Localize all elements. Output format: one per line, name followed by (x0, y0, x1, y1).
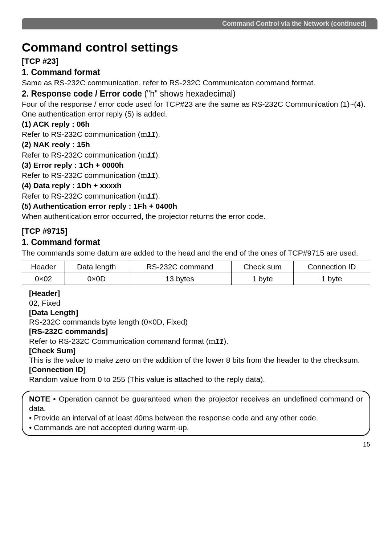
reply-4-head: (4) Data reply : 1Dh + xxxxh (22, 181, 370, 190)
page-title: Command control settings (22, 40, 370, 55)
reply-item-4: (4) Data reply : 1Dh + xxxxh Refer to RS… (22, 181, 370, 201)
reply-4-pre: Refer to RS-232C communication ( (22, 192, 140, 200)
reply-3-post: ). (155, 171, 160, 179)
command-format-2-body: The commands some datum are added to the… (22, 248, 370, 258)
def-connid-title: [Connection ID] (29, 365, 370, 374)
reply-2-pre: Refer to RS-232C communication ( (22, 151, 140, 159)
sub-command-format-1: 1. Command format (22, 67, 370, 78)
book-icon (140, 154, 147, 158)
reply-5-body: When authentication error occurred, the … (22, 212, 370, 221)
note-box: NOTE • Operation cannot be guaranteed wh… (22, 391, 370, 436)
command-format-body: Same as RS-232C communication, refer to … (22, 78, 370, 87)
field-definitions: [Header] 02, Fixed [Data Length] RS-232C… (29, 289, 370, 384)
note-line-2: • Provide an interval of at least 40ms b… (29, 413, 363, 423)
th-rs232c: RS-232C command (128, 261, 232, 273)
th-checksum: Check sum (232, 261, 294, 273)
book-icon (209, 340, 215, 344)
def-checksum-body: This is the value to make zero on the ad… (29, 355, 370, 365)
reply-2-ref: 11 (147, 151, 155, 159)
def-datalength-body: RS-232C commands byte length (0×0D, Fixe… (29, 317, 370, 327)
reply-3-pre: Refer to RS-232C communication ( (22, 171, 140, 179)
reply-4-ref: 11 (147, 192, 155, 200)
th-connid: Connection ID (293, 261, 370, 273)
reply-1-ref: 11 (147, 130, 155, 138)
reply-item-1: (1) ACK reply : 06h Refer to RS-232C com… (22, 119, 370, 139)
note-1-text: • Operation cannot be guaranteed when th… (29, 395, 363, 412)
sub-response-code-label: 2. Response code / Error code (22, 89, 142, 98)
def-datalength-title: [Data Length] (29, 308, 370, 317)
reply-1-pre: Refer to RS-232C communication ( (22, 130, 140, 138)
def-rs232c-title: [RS-232C commands] (29, 327, 370, 336)
tcp23-heading: [TCP #23] (22, 56, 370, 66)
th-datalength: Data length (65, 261, 128, 273)
reply-1-head: (1) ACK reply : 06h (22, 119, 370, 129)
def-rs232c-pre: Refer to RS-232C Communication command f… (29, 337, 209, 345)
sub-response-code-tail: ("h" shows hexadecimal) (142, 89, 236, 98)
page-content: Command Control via the Network (continu… (0, 0, 392, 463)
section-banner: Command Control via the Network (continu… (22, 18, 377, 29)
def-rs232c-body: Refer to RS-232C Communication command f… (29, 337, 370, 346)
reply-4-body: Refer to RS-232C communication (11). (22, 191, 370, 201)
reply-4-post: ). (155, 192, 160, 200)
td-header: 0×02 (22, 273, 65, 285)
td-checksum: 1 byte (232, 273, 294, 285)
reply-1-post: ). (155, 130, 160, 138)
td-connid: 1 byte (293, 273, 370, 285)
def-header-title: [Header] (29, 289, 370, 298)
def-connid-body: Random value from 0 to 255 (This value i… (29, 375, 370, 384)
book-icon (140, 174, 147, 178)
table-row: 0×02 0×0D 13 bytes 1 byte 1 byte (22, 273, 370, 285)
def-checksum-title: [Check Sum] (29, 346, 370, 355)
reply-2-post: ). (155, 151, 160, 159)
reply-item-5: (5) Authentication error reply : 1Fh + 0… (22, 201, 370, 221)
note-label: NOTE (29, 395, 50, 403)
reply-item-3: (3) Error reply : 1Ch + 0000h Refer to R… (22, 160, 370, 180)
note-line-3: • Commands are not accepted during warm-… (29, 423, 363, 432)
reply-3-body: Refer to RS-232C communication (11). (22, 171, 370, 180)
reply-1-body: Refer to RS-232C communication (11). (22, 130, 370, 139)
def-header-body: 02, Fixed (29, 298, 370, 308)
reply-3-head: (3) Error reply : 1Ch + 0000h (22, 160, 370, 170)
th-header: Header (22, 261, 65, 273)
reply-item-2: (2) NAK reoly : 15h Refer to RS-232C com… (22, 140, 370, 160)
note-line-1: NOTE • Operation cannot be guaranteed wh… (29, 394, 363, 414)
reply-2-head: (2) NAK reoly : 15h (22, 140, 370, 149)
td-datalength: 0×0D (65, 273, 128, 285)
table-row: Header Data length RS-232C command Check… (22, 261, 370, 273)
book-icon (140, 133, 147, 137)
def-rs232c-post: ). (224, 337, 228, 345)
sub-command-format-2: 1. Command format (22, 237, 370, 248)
page-number: 15 (22, 440, 370, 449)
book-icon (140, 195, 147, 199)
tcp9715-heading: [TCP #9715] (22, 226, 370, 236)
sub-response-code: 2. Response code / Error code ("h" shows… (22, 89, 370, 99)
response-code-body: Four of the response / error code used f… (22, 99, 370, 119)
reply-3-ref: 11 (147, 171, 155, 179)
reply-5-head: (5) Authentication error reply : 1Fh + 0… (22, 201, 370, 211)
td-rs232c: 13 bytes (128, 273, 232, 285)
reply-2-body: Refer to RS-232C communication (11). (22, 150, 370, 160)
def-rs232c-ref: 11 (215, 337, 224, 345)
packet-structure-table: Header Data length RS-232C command Check… (22, 261, 370, 285)
